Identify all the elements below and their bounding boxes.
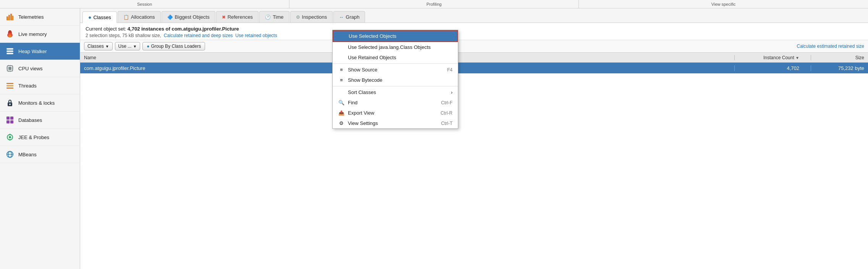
tab-time[interactable]: 🕐 Time — [259, 11, 289, 23]
sidebar-item-heap-walker[interactable]: Heap Walker — [0, 43, 80, 60]
svg-rect-3 — [12, 16, 13, 20]
ctx-use-selected-java[interactable]: Use Selected java.lang.Class Objects — [333, 42, 458, 52]
tab-inspections[interactable]: ⚙ Inspections — [290, 11, 333, 23]
header-session: Session — [0, 0, 289, 8]
bytecode-icon: ≡ — [338, 77, 345, 83]
use-retained-link[interactable]: Use retained objects — [235, 33, 277, 38]
calc-retained-link[interactable]: Calculate retained and deep sizes — [164, 33, 233, 38]
globe-icon — [5, 150, 15, 159]
tab-classes[interactable]: ● Classes — [82, 11, 117, 23]
classes-dropdown[interactable]: Classes ▼ — [84, 42, 113, 50]
sidebar-item-label: JEE & Probes — [18, 134, 49, 140]
svg-rect-1 — [8, 15, 10, 20]
sidebar-item-label: Databases — [18, 117, 42, 123]
sidebar-item-mbeans[interactable]: MBeans — [0, 146, 80, 163]
svg-rect-20 — [6, 83, 13, 84]
ctx-item-label: Use Selected java.lang.Class Objects — [348, 44, 431, 50]
allocations-icon: 📋 — [123, 15, 129, 20]
sidebar-item-databases[interactable]: Databases — [0, 112, 80, 129]
ctx-show-source[interactable]: ≡ Show Source F4 — [333, 65, 458, 75]
ctx-view-settings[interactable]: ⚙ View Settings Ctrl-T — [333, 118, 458, 128]
lock-icon — [5, 98, 15, 107]
tab-label: Allocations — [131, 14, 155, 20]
calc-retained-size-link[interactable]: Calculate estimated retained size — [797, 44, 864, 49]
info-prefix: Current object set: — [86, 26, 128, 32]
content-area: ● Classes 📋 Allocations 🔷 Biggest Object… — [80, 8, 868, 269]
sidebar-item-monitors-locks[interactable]: Monitors & locks — [0, 94, 80, 112]
svg-rect-2 — [10, 14, 12, 20]
submenu-arrow: › — [451, 89, 453, 95]
chevron-down-icon: ▼ — [133, 44, 137, 49]
classes-dropdown-label: Classes — [87, 44, 104, 49]
ctx-find[interactable]: 🔍 Find Ctrl-F — [333, 97, 458, 108]
sidebar-item-cpu-views[interactable]: CPU views — [0, 60, 80, 77]
tab-label: Graph — [346, 14, 359, 20]
ctx-shortcut: Ctrl-R — [441, 110, 453, 116]
ctx-item-label: Show Bytecode — [348, 77, 382, 83]
ctx-use-selected-objects[interactable]: Use Selected Objects — [333, 30, 458, 42]
context-menu: Use Selected Objects Use Selected java.l… — [332, 30, 458, 129]
svg-rect-8 — [6, 50, 13, 52]
find-icon: 🔍 — [338, 100, 345, 105]
svg-rect-22 — [6, 88, 13, 89]
ctx-show-bytecode[interactable]: ≡ Show Bytecode — [333, 75, 458, 85]
group-icon: ● — [147, 44, 149, 49]
row-instance-count: 4,702 — [734, 65, 811, 71]
ctx-use-retained-objects[interactable]: Use Retained Objects — [333, 52, 458, 63]
tab-label: Classes — [93, 15, 111, 20]
sidebar-item-label: Live memory — [18, 31, 47, 37]
export-icon: 📤 — [338, 110, 345, 116]
sort-icon: ▼ — [795, 56, 799, 60]
tab-references[interactable]: ✖ References — [216, 11, 259, 23]
ctx-shortcut: F4 — [447, 67, 453, 73]
sidebar-item-jee-probes[interactable]: JEE & Probes — [0, 129, 80, 146]
ctx-shortcut: Ctrl-T — [441, 121, 453, 126]
header-view-specific: View specific — [579, 0, 868, 8]
sidebar-item-threads[interactable]: Threads — [0, 77, 80, 94]
tab-graph[interactable]: ↔ Graph — [333, 11, 365, 23]
ctx-separator-1 — [333, 63, 458, 64]
grid-icon — [5, 115, 15, 125]
table-header: Name Instance Count ▼ Size — [80, 53, 868, 63]
classes-icon: ● — [88, 14, 91, 20]
sidebar-item-label: Telemetries — [18, 14, 44, 20]
ctx-export-view[interactable]: 📤 Export View Ctrl-R — [333, 108, 458, 118]
svg-rect-26 — [10, 117, 13, 120]
ctx-item-label: View Settings — [348, 120, 378, 126]
svg-point-24 — [9, 104, 11, 105]
tab-label: Biggest Objects — [175, 14, 210, 20]
toolbar: Classes ▼ Use ... ▼ ● Group By Class Loa… — [80, 40, 868, 53]
sidebar: Telemetries Live memory Heap — [0, 8, 80, 269]
tab-biggest-objects[interactable]: 🔷 Biggest Objects — [162, 11, 215, 23]
sidebar-item-live-memory[interactable]: Live memory — [0, 26, 80, 43]
table-row[interactable]: com.atguigu.jprofiler.Picture 4,702 75,2… — [80, 63, 868, 73]
ctx-item-label: Find — [348, 100, 357, 105]
ctx-item-label: Export View — [348, 110, 374, 116]
top-header: Session Profiling View specific — [0, 0, 868, 8]
ctx-sort-classes[interactable]: Sort Classes › — [333, 87, 458, 97]
cpu-icon — [5, 64, 15, 73]
info-bold: 4,702 instances of com.atguigu.jprofiler… — [128, 26, 239, 32]
tab-allocations[interactable]: 📋 Allocations — [118, 11, 161, 23]
source-icon: ≡ — [338, 67, 345, 73]
svg-rect-9 — [6, 53, 13, 54]
ctx-shortcut: Ctrl-F — [441, 100, 453, 105]
chart-icon — [5, 12, 15, 21]
group-btn-label: Group By Class Loaders — [151, 44, 201, 49]
ctx-item-label: Use Retained Objects — [348, 55, 396, 60]
sidebar-item-label: Monitors & locks — [18, 100, 55, 106]
svg-rect-28 — [10, 120, 13, 123]
biggest-icon: 🔷 — [167, 15, 173, 20]
inspections-icon: ⚙ — [296, 15, 300, 20]
row-size: 75,232 byte — [811, 65, 868, 71]
sidebar-item-telemetries[interactable]: Telemetries — [0, 8, 80, 26]
group-by-classloaders-button[interactable]: ● Group By Class Loaders — [142, 42, 205, 50]
database-icon — [5, 47, 15, 56]
sidebar-item-label: Heap Walker — [18, 49, 47, 54]
header-profiling: Profiling — [289, 0, 579, 8]
svg-rect-27 — [6, 120, 10, 123]
ctx-item-label: Show Source — [348, 67, 377, 73]
sidebar-item-label: MBeans — [18, 152, 37, 157]
threads-icon — [5, 81, 15, 90]
use-dropdown[interactable]: Use ... ▼ — [115, 42, 141, 50]
